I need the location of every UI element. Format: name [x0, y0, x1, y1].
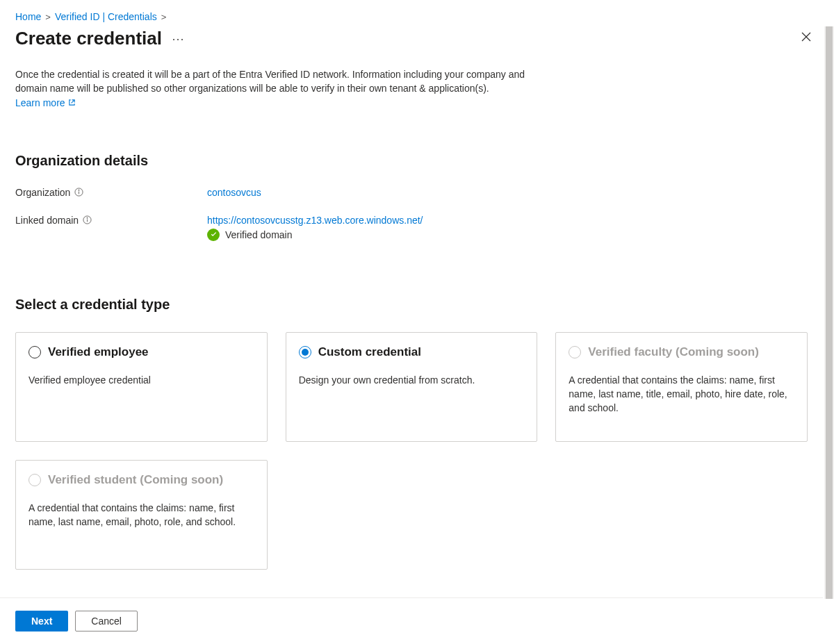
radio-verified-student: [28, 474, 41, 486]
card-title: Verified faculty (Coming soon): [588, 345, 759, 359]
org-details-title: Organization details: [15, 153, 819, 169]
org-label-text: Organization: [15, 187, 70, 198]
footer-bar: Next Cancel: [0, 597, 823, 644]
svg-point-7: [87, 217, 88, 218]
card-title: Verified student (Coming soon): [48, 473, 223, 487]
external-link-icon: [68, 99, 76, 106]
card-custom-credential[interactable]: Custom credential Design your own creden…: [286, 332, 538, 442]
org-link[interactable]: contosovcus: [207, 187, 261, 198]
next-button[interactable]: Next: [15, 611, 68, 631]
radio-custom-credential[interactable]: [299, 346, 311, 358]
close-icon[interactable]: [794, 28, 819, 49]
info-icon[interactable]: [83, 215, 92, 224]
card-desc: Verified employee credential: [28, 373, 254, 387]
card-verified-employee[interactable]: Verified employee Verified employee cred…: [15, 332, 268, 442]
breadcrumb-verified-id[interactable]: Verified ID | Credentials: [55, 11, 157, 22]
breadcrumb-home[interactable]: Home: [15, 11, 41, 22]
scrollbar-thumb[interactable]: [826, 26, 833, 599]
verified-domain-text: Verified domain: [225, 229, 293, 240]
org-row: Organization contosovcus: [15, 187, 819, 198]
cancel-button[interactable]: Cancel: [75, 611, 138, 631]
breadcrumb-separator: >: [45, 12, 51, 22]
linked-domain-row: Linked domain https://contosovcusstg.z13…: [15, 215, 819, 241]
page-header: Create credential ⋯: [15, 28, 819, 49]
card-title: Custom credential: [318, 345, 421, 359]
card-desc: A credential that contains the claims: n…: [569, 373, 794, 415]
radio-verified-employee[interactable]: [28, 346, 41, 358]
card-desc: Design your own credential from scratch.: [299, 373, 525, 387]
card-title: Verified employee: [48, 345, 149, 359]
verified-check-icon: [207, 229, 220, 241]
linked-domain-link[interactable]: https://contosovcusstg.z13.web.core.wind…: [207, 215, 423, 226]
page-title: Create credential: [15, 28, 162, 49]
org-value: contosovcus: [207, 187, 261, 198]
linked-domain-label-text: Linked domain: [15, 215, 79, 226]
linked-domain-value: https://contosovcusstg.z13.web.core.wind…: [207, 215, 423, 241]
card-verified-student: Verified student (Coming soon) A credent…: [15, 460, 268, 570]
intro-text: Once the credential is created it will b…: [15, 67, 550, 96]
more-icon[interactable]: ⋯: [172, 33, 185, 45]
learn-more-label: Learn more: [15, 97, 65, 108]
breadcrumb-separator: >: [161, 12, 167, 22]
select-credential-title: Select a credential type: [15, 297, 819, 313]
breadcrumb: Home > Verified ID | Credentials >: [15, 11, 819, 22]
credential-cards-grid: Verified employee Verified employee cred…: [15, 332, 808, 570]
card-verified-faculty: Verified faculty (Coming soon) A credent…: [555, 332, 808, 442]
org-label: Organization: [15, 187, 207, 198]
info-icon[interactable]: [74, 188, 83, 197]
linked-domain-label: Linked domain: [15, 215, 207, 226]
radio-verified-faculty: [569, 346, 581, 358]
learn-more-link[interactable]: Learn more: [15, 97, 819, 108]
svg-point-4: [79, 190, 79, 190]
card-desc: A credential that contains the claims: n…: [28, 501, 254, 529]
